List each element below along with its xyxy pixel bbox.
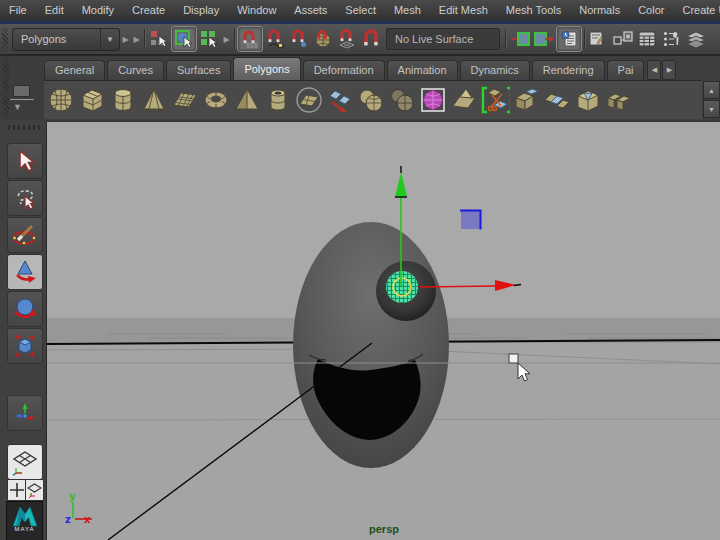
divider (505, 29, 506, 49)
menu-bar: File Edit Modify Create Display Window A… (0, 0, 720, 21)
shelf-tab-curves[interactable]: Curves (107, 60, 164, 80)
poly-cone-icon[interactable] (139, 85, 169, 115)
menu-mesh-tools[interactable]: Mesh Tools (497, 0, 570, 21)
maya-logo-text: MAYA (14, 526, 34, 532)
viewport-scene: y z x (47, 122, 720, 540)
live-surface-field[interactable]: No Live Surface (386, 28, 500, 50)
reduce-icon[interactable] (449, 85, 479, 115)
maya-application-window: File Edit Modify Create Display Window A… (0, 0, 720, 540)
section-collapser-icon[interactable]: ▶ (120, 28, 131, 50)
select-object-icon[interactable] (171, 26, 197, 52)
maya-logo: MAYA (6, 501, 43, 540)
spreadsheet-icon[interactable] (635, 27, 659, 51)
shelf-tab-rendering[interactable]: Rendering (532, 60, 605, 80)
shelf-menu-triangle-icon[interactable]: ▼ (13, 102, 22, 112)
shelf-tab-animation[interactable]: Animation (387, 60, 458, 80)
section-collapser-icon[interactable]: ▶ (221, 28, 232, 50)
shelf-scroll-up-icon[interactable]: ▲ (703, 81, 720, 99)
select-component-icon[interactable] (197, 27, 221, 51)
menu-edit-mesh[interactable]: Edit Mesh (430, 0, 497, 21)
divider (144, 29, 145, 49)
channel-layers-icon[interactable] (683, 27, 707, 51)
shelf-tab-menu-icon[interactable] (13, 85, 30, 97)
manipulator-x-axis[interactable] (420, 286, 495, 287)
extrude-icon[interactable] (511, 85, 541, 115)
shelf-icon-row (44, 80, 702, 119)
poly-cube-icon[interactable] (77, 85, 107, 115)
make-live-icon[interactable] (335, 27, 359, 51)
snap-to-grids-icon[interactable] (237, 26, 263, 52)
manipulator-plane-handle[interactable] (461, 211, 480, 229)
menu-create-uvs[interactable]: Create UVs (673, 0, 720, 21)
menu-window[interactable]: Window (228, 0, 285, 21)
selection-mode-dropdown[interactable]: Polygons ▼ (12, 28, 120, 51)
poly-torus-icon[interactable] (201, 85, 231, 115)
menu-file[interactable]: File (0, 0, 36, 21)
lasso-tool-button[interactable] (7, 180, 43, 216)
divider (10, 99, 34, 100)
shelf-scroll-down-icon[interactable]: ▼ (703, 100, 720, 118)
shelf-tabs-scroll-right-icon[interactable]: ▶ (662, 60, 676, 80)
scale-tool-button[interactable] (7, 328, 43, 364)
output-connections-icon[interactable] (532, 27, 556, 51)
shelf: ▼ General Curves Surfaces Polygons Defor… (0, 56, 720, 120)
perspective-viewport[interactable]: y z x persp (46, 122, 720, 540)
smooth-icon[interactable] (418, 85, 448, 115)
menu-assets[interactable]: Assets (285, 0, 336, 21)
paint-selection-tool-button[interactable] (7, 217, 43, 253)
menu-edit[interactable]: Edit (36, 0, 73, 21)
menu-select[interactable]: Select (336, 0, 385, 21)
bevel-icon[interactable] (573, 85, 603, 115)
poly-plane-icon[interactable] (170, 85, 200, 115)
poly-cylinder-icon[interactable] (108, 85, 138, 115)
shelf-tab-bar: General Curves Surfaces Polygons Deforma… (44, 58, 720, 80)
shelf-tab-dynamics[interactable]: Dynamics (460, 60, 530, 80)
construction-history-icon[interactable] (556, 26, 582, 52)
single-pane-layout-button[interactable] (7, 444, 43, 480)
menu-mesh[interactable]: Mesh (385, 0, 430, 21)
shelf-tab-polygons[interactable]: Polygons (233, 57, 300, 80)
tool-settings-icon[interactable] (659, 27, 683, 51)
node-connections-icon[interactable] (611, 27, 635, 51)
cut-faces-icon[interactable] (480, 85, 510, 115)
select-tool-button[interactable] (7, 143, 43, 179)
shelf-grip-handle[interactable] (3, 58, 9, 116)
shelf-tab-surfaces[interactable]: Surfaces (166, 60, 231, 80)
shelf-tabs-scroll-left-icon[interactable]: ◀ (647, 60, 661, 80)
bridge-icon[interactable] (542, 85, 572, 115)
snap-magnet-icon[interactable] (359, 27, 383, 51)
input-connections-icon[interactable] (508, 27, 532, 51)
four-pane-layout-button[interactable] (7, 479, 26, 501)
menu-color[interactable]: Color (629, 0, 673, 21)
menu-display[interactable]: Display (174, 0, 228, 21)
sculpt-geometry-icon[interactable] (294, 85, 324, 115)
poly-sphere-icon[interactable] (46, 85, 76, 115)
combine-icon[interactable] (325, 85, 355, 115)
snap-to-projected-center-icon[interactable] (311, 27, 335, 51)
menu-create[interactable]: Create (123, 0, 174, 21)
divider (584, 29, 585, 49)
statusline-grip-handle[interactable] (2, 27, 8, 51)
poly-pipe-icon[interactable] (263, 85, 293, 115)
rotate-tool-button[interactable] (7, 291, 43, 327)
boolean-union-icon[interactable] (356, 85, 386, 115)
status-line: Polygons ▼ ▶ ▶ ▶ (0, 24, 720, 56)
shelf-tab-general[interactable]: General (44, 60, 105, 80)
merge-icon[interactable] (604, 85, 634, 115)
pane-layout-alt-button[interactable] (25, 479, 44, 501)
universal-manipulator-tool-button[interactable] (7, 395, 43, 431)
toolbox-grip-handle[interactable] (8, 125, 40, 130)
modeling-panel-icon[interactable] (587, 27, 611, 51)
menu-normals[interactable]: Normals (570, 0, 629, 21)
select-hierarchy-icon[interactable] (147, 27, 171, 51)
move-tool-button[interactable] (7, 254, 43, 290)
shelf-tab-deformation[interactable]: Deformation (303, 60, 385, 80)
poly-pyramid-icon[interactable] (232, 85, 262, 115)
boolean-difference-icon[interactable] (387, 85, 417, 115)
snap-to-curves-icon[interactable] (263, 27, 287, 51)
snap-to-points-icon[interactable] (287, 27, 311, 51)
shelf-scrollbar[interactable]: ▲ ▼ (703, 81, 720, 118)
shelf-tab-paint-effects[interactable]: Pai (607, 60, 645, 80)
menu-modify[interactable]: Modify (73, 0, 123, 21)
section-collapser-icon[interactable]: ▶ (131, 28, 142, 50)
